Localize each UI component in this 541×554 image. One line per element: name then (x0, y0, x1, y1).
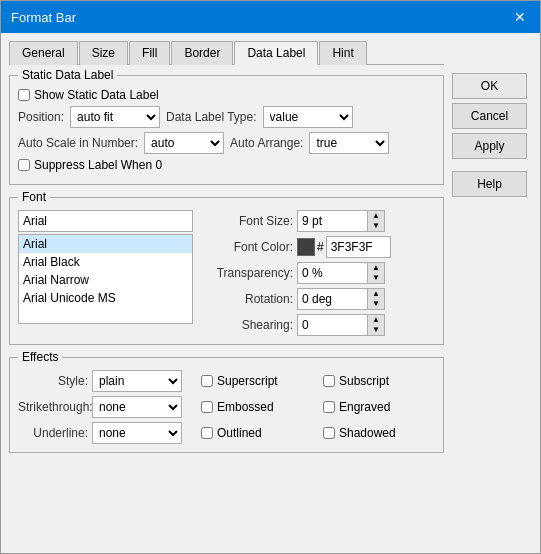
effects-checkboxes: Superscript Subscript Embossed Engr (201, 370, 435, 444)
tab-data-label[interactable]: Data Label (234, 41, 318, 65)
embossed-checkbox[interactable] (201, 401, 213, 413)
hash-icon: # (317, 240, 324, 254)
transparency-up-button[interactable]: ▲ (368, 263, 384, 273)
strikethrough-select[interactable]: none (92, 396, 182, 418)
font-left: Arial Arial Black Arial Narrow Arial Uni… (18, 210, 193, 336)
font-list-item-arial-black[interactable]: Arial Black (19, 253, 192, 271)
style-select[interactable]: plain (92, 370, 182, 392)
font-content: Arial Arial Black Arial Narrow Arial Uni… (18, 210, 435, 336)
outlined-label: Outlined (217, 426, 262, 440)
position-select[interactable]: auto fit (70, 106, 160, 128)
shearing-spin-buttons: ▲ ▼ (367, 314, 385, 336)
ok-button[interactable]: OK (452, 73, 527, 99)
rotation-spin-buttons: ▲ ▼ (367, 288, 385, 310)
subscript-label: Subscript (339, 374, 389, 388)
transparency-input[interactable] (297, 262, 367, 284)
subscript-row: Subscript (323, 370, 435, 392)
superscript-checkbox[interactable] (201, 375, 213, 387)
tab-bar: General Size Fill Border Data Label Hint (9, 41, 444, 65)
tab-hint[interactable]: Hint (319, 41, 366, 65)
help-button[interactable]: Help (452, 171, 527, 197)
shearing-row: Shearing: ▲ ▼ (203, 314, 435, 336)
font-name-input[interactable] (18, 210, 193, 232)
tab-border[interactable]: Border (171, 41, 233, 65)
rotation-label: Rotation: (203, 292, 293, 306)
font-section: Font Arial Arial Black Arial Narrow Aria… (9, 197, 444, 345)
shearing-down-button[interactable]: ▼ (368, 325, 384, 335)
shearing-label: Shearing: (203, 318, 293, 332)
font-size-up-button[interactable]: ▲ (368, 211, 384, 221)
effects-content: Style: plain Strikethrough: none (18, 370, 435, 444)
tab-size[interactable]: Size (79, 41, 128, 65)
font-color-swatch[interactable] (297, 238, 315, 256)
show-static-label-row: Show Static Data Label (18, 88, 435, 102)
font-list-item-arial-unicode[interactable]: Arial Unicode MS (19, 289, 192, 307)
shadowed-label: Shadowed (339, 426, 396, 440)
effects-section: Effects Style: plain Strikethrough: (9, 357, 444, 453)
show-static-label-text: Show Static Data Label (34, 88, 159, 102)
style-label: Style: (18, 374, 88, 388)
show-static-label-checkbox[interactable] (18, 89, 30, 101)
effects-left: Style: plain Strikethrough: none (18, 370, 193, 444)
shadowed-row: Shadowed (323, 422, 435, 444)
font-color-picker: # (297, 236, 391, 258)
position-label: Position: (18, 110, 64, 124)
strikethrough-label: Strikethrough: (18, 400, 88, 414)
apply-button[interactable]: Apply (452, 133, 527, 159)
rotation-down-button[interactable]: ▼ (368, 299, 384, 309)
engraved-row: Engraved (323, 396, 435, 418)
font-list-item-arial-narrow[interactable]: Arial Narrow (19, 271, 192, 289)
subscript-checkbox[interactable] (323, 375, 335, 387)
transparency-spinner: ▲ ▼ (297, 262, 385, 284)
rotation-input[interactable] (297, 288, 367, 310)
underline-row: Underline: none (18, 422, 193, 444)
engraved-label: Engraved (339, 400, 390, 414)
embossed-label: Embossed (217, 400, 274, 414)
underline-label: Underline: (18, 426, 88, 440)
shearing-input[interactable] (297, 314, 367, 336)
font-list[interactable]: Arial Arial Black Arial Narrow Arial Uni… (18, 234, 193, 324)
dialog-body: General Size Fill Border Data Label Hint… (1, 33, 540, 553)
transparency-row: Transparency: ▲ ▼ (203, 262, 435, 284)
auto-scale-label: Auto Scale in Number: (18, 136, 138, 150)
font-size-spinner: ▲ ▼ (297, 210, 385, 232)
auto-scale-row: Auto Scale in Number: auto Auto Arrange:… (18, 132, 435, 154)
shadowed-checkbox[interactable] (323, 427, 335, 439)
font-size-row: Font Size: ▲ ▼ (203, 210, 435, 232)
font-right: Font Size: ▲ ▼ Font Color: (203, 210, 435, 336)
side-buttons: OK Cancel Apply Help (452, 41, 532, 545)
font-size-spin-buttons: ▲ ▼ (367, 210, 385, 232)
data-label-type-select[interactable]: value (263, 106, 353, 128)
font-list-item-arial[interactable]: Arial (19, 235, 192, 253)
superscript-label: Superscript (217, 374, 278, 388)
format-bar-dialog: Format Bar ✕ General Size Fill Border Da… (0, 0, 541, 554)
close-button[interactable]: ✕ (510, 7, 530, 27)
outlined-checkbox[interactable] (201, 427, 213, 439)
dialog-title: Format Bar (11, 10, 76, 25)
style-row: Style: plain (18, 370, 193, 392)
cancel-button[interactable]: Cancel (452, 103, 527, 129)
rotation-row: Rotation: ▲ ▼ (203, 288, 435, 310)
tab-fill[interactable]: Fill (129, 41, 170, 65)
rotation-spinner: ▲ ▼ (297, 288, 385, 310)
font-size-input[interactable] (297, 210, 367, 232)
font-size-down-button[interactable]: ▼ (368, 221, 384, 231)
auto-scale-select[interactable]: auto (144, 132, 224, 154)
tab-general[interactable]: General (9, 41, 78, 65)
rotation-up-button[interactable]: ▲ (368, 289, 384, 299)
auto-arrange-label: Auto Arrange: (230, 136, 303, 150)
transparency-down-button[interactable]: ▼ (368, 273, 384, 283)
suppress-label-checkbox[interactable] (18, 159, 30, 171)
suppress-label-text: Suppress Label When 0 (34, 158, 162, 172)
shearing-up-button[interactable]: ▲ (368, 315, 384, 325)
position-row: Position: auto fit Data Label Type: valu… (18, 106, 435, 128)
font-color-row: Font Color: # (203, 236, 435, 258)
strikethrough-row: Strikethrough: none (18, 396, 193, 418)
auto-arrange-select[interactable]: true (309, 132, 389, 154)
transparency-label: Transparency: (203, 266, 293, 280)
font-color-input[interactable] (326, 236, 391, 258)
underline-select[interactable]: none (92, 422, 182, 444)
effects-section-title: Effects (18, 350, 62, 364)
engraved-checkbox[interactable] (323, 401, 335, 413)
static-data-label-title: Static Data Label (18, 68, 117, 82)
